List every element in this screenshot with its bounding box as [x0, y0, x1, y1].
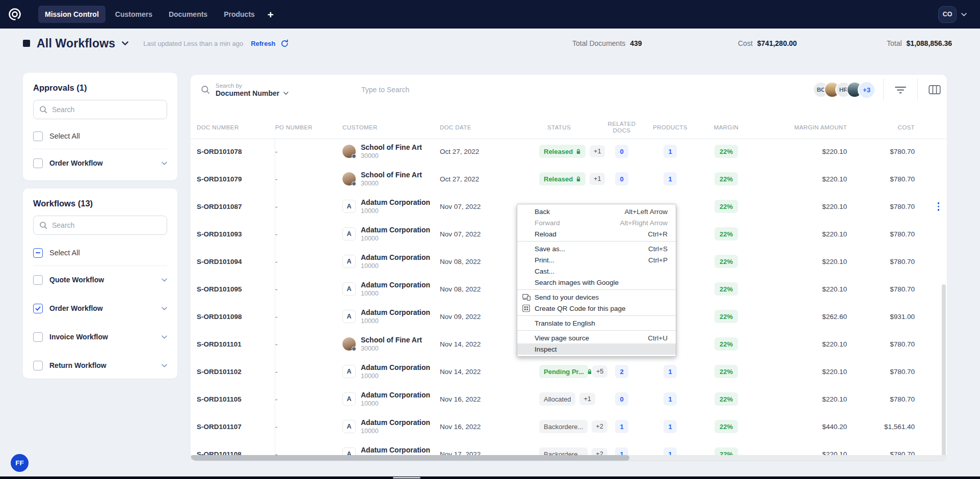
refresh-icon[interactable]	[280, 39, 289, 48]
margin-cell: 22%	[703, 310, 749, 323]
select-all-checkbox[interactable]	[33, 131, 43, 141]
workflow-checkbox[interactable]	[33, 158, 43, 168]
sidebar-item-return-workflow[interactable]: Return Workflow	[33, 359, 167, 372]
column-header-po-number[interactable]: PO NUMBER	[275, 124, 342, 131]
related-docs-badge[interactable]: 0	[615, 172, 628, 185]
menu-item-shortcut: Ctrl+S	[648, 245, 668, 253]
search-box	[33, 100, 167, 119]
products-badge[interactable]: 1	[664, 392, 677, 406]
horizontal-scrollbar-thumb[interactable]	[191, 455, 629, 461]
customer-cell: AAdatum Corporation10000	[342, 308, 440, 325]
sidebar-item-order-workflow[interactable]: Order Workflow	[33, 302, 167, 315]
chevron-down-icon[interactable]	[961, 13, 967, 16]
table-row[interactable]: S-ORD101078-School of Fine Art30000Oct 2…	[191, 138, 947, 165]
chevron-down-icon[interactable]	[162, 364, 167, 367]
workflow-checkbox[interactable]	[33, 332, 43, 342]
add-tab-button[interactable]: +	[268, 9, 274, 20]
customer-cell: AAdatum Corporation10000	[342, 281, 440, 298]
sidebar-item-quote-workflow[interactable]: Quote Workflow	[33, 273, 167, 286]
columns-icon[interactable]	[926, 83, 943, 97]
divider	[883, 78, 884, 101]
customer-id: 30000	[361, 152, 422, 160]
select-all-checkbox[interactable]	[33, 248, 43, 258]
menu-item-send-to-your-devices[interactable]: Send to your devices	[517, 291, 676, 303]
customer-photo-avatar	[342, 337, 356, 351]
column-header-status[interactable]: STATUS	[539, 124, 606, 131]
column-header-customer[interactable]: CUSTOMER	[342, 124, 440, 131]
nav-tab-mission-control[interactable]: Mission Control	[38, 6, 105, 23]
menu-item-inspect[interactable]: Inspect	[517, 343, 676, 355]
customer-letter-avatar: A	[342, 200, 356, 213]
nav-tab-products[interactable]: Products	[217, 6, 261, 23]
menu-item-create-qr-code-for-this-page[interactable]: Create QR Code for this page	[517, 303, 676, 314]
assignee-avatar-stack[interactable]: BCHR+3	[814, 82, 875, 98]
workflow-checkbox[interactable]	[33, 275, 43, 285]
doc-number: S-ORD101087	[197, 203, 242, 210]
vertical-scrollbar[interactable]	[942, 284, 946, 458]
related-docs-badge[interactable]: 0	[615, 392, 628, 406]
table-toolbar: Search by Document Number BCHR+3	[191, 75, 947, 104]
chevron-down-icon[interactable]	[162, 278, 167, 282]
column-header-margin[interactable]: MARGIN	[703, 124, 749, 131]
related-docs-badge[interactable]: 1	[615, 420, 628, 433]
products-badge[interactable]: 1	[664, 420, 677, 433]
refresh-button[interactable]: Refresh	[251, 40, 275, 47]
menu-item-reload[interactable]: ReloadCtrl+R	[517, 228, 676, 240]
user-avatar-fab[interactable]: FF	[11, 454, 29, 472]
workflow-checkbox[interactable]	[33, 361, 43, 370]
menu-item-translate-to-english[interactable]: Translate to English	[517, 317, 676, 329]
table-row[interactable]: S-ORD101105-AAdatum Corporation10000Nov …	[191, 385, 947, 413]
sidebar-item-order-workflow[interactable]: Order Workflow	[33, 156, 167, 170]
menu-item-view-page-source[interactable]: View page sourceCtrl+U	[517, 332, 676, 343]
row-actions-kebab-icon[interactable]	[936, 201, 941, 212]
horizontal-scrollbar-track[interactable]	[191, 455, 947, 461]
products-badge[interactable]: 1	[664, 145, 677, 158]
column-header-margin-amount[interactable]: MARGIN AMOUNT	[749, 124, 847, 131]
column-header-doc-number[interactable]: DOC NUMBER	[197, 124, 275, 131]
margin-cell: 22%	[703, 392, 749, 406]
search-by-dropdown[interactable]: Search by Document Number	[216, 82, 288, 98]
user-menu-button[interactable]: CO	[938, 6, 957, 23]
nav-tab-documents[interactable]: Documents	[162, 6, 214, 23]
margin-badge: 22%	[714, 255, 738, 268]
chevron-down-icon[interactable]	[162, 307, 167, 310]
related-docs-badge[interactable]: 2	[615, 365, 628, 378]
products-badge[interactable]: 1	[664, 365, 677, 378]
column-header-cost[interactable]: COST	[847, 124, 915, 131]
related-docs-badge[interactable]: 0	[615, 145, 628, 158]
status-cell: Pending Pr...+5	[539, 365, 606, 378]
sidebar-item-invoice-workflow[interactable]: Invoice Workflow	[33, 330, 167, 343]
menu-separator	[517, 289, 676, 290]
po-number-cell: -	[275, 340, 342, 348]
nav-tab-customers[interactable]: Customers	[109, 6, 159, 23]
menu-item-search-images-with-google[interactable]: Search images with Google	[517, 277, 676, 288]
menu-item-back[interactable]: BackAlt+Left Arrow	[517, 206, 676, 217]
doc-number-cell: S-ORD101087	[197, 193, 275, 220]
table-row[interactable]: S-ORD101079-School of Fine Art30000Oct 2…	[191, 165, 947, 193]
cost-cell: $780.70	[847, 148, 915, 155]
menu-item-print[interactable]: Print...Ctrl+P	[517, 254, 676, 265]
search-input[interactable]	[361, 75, 616, 104]
column-header-doc-date[interactable]: DOC DATE	[440, 124, 539, 131]
products-badge[interactable]: 1	[664, 172, 677, 185]
chevron-down-icon[interactable]	[162, 335, 167, 339]
workflow-checkbox[interactable]	[33, 304, 43, 313]
customer-name: Adatum Corporation	[361, 281, 430, 289]
search-input[interactable]	[52, 105, 161, 114]
app-logo-icon[interactable]	[8, 8, 21, 21]
filter-icon[interactable]	[892, 83, 909, 97]
search-input[interactable]	[52, 221, 161, 229]
table-row[interactable]: S-ORD101102-AAdatum Corporation10000Nov …	[191, 358, 947, 385]
avatar-overflow-count[interactable]: +3	[859, 82, 875, 98]
doc-number-cell: S-ORD101107	[197, 413, 275, 440]
lock-icon	[587, 369, 592, 375]
column-header-products[interactable]: PRODUCTS	[637, 124, 703, 131]
chevron-down-icon[interactable]	[162, 162, 167, 165]
customer-cell: AAdatum Corporation10000	[342, 363, 440, 380]
chevron-down-icon[interactable]	[122, 41, 128, 45]
menu-item-save-as[interactable]: Save as...Ctrl+S	[517, 243, 676, 254]
column-header-related-docs[interactable]: RELATED DOCS	[606, 121, 637, 134]
menu-item-cast[interactable]: Cast...	[517, 265, 676, 277]
table-row[interactable]: S-ORD101107-AAdatum Corporation10000Nov …	[191, 413, 947, 440]
customer-letter-avatar: A	[342, 255, 356, 268]
